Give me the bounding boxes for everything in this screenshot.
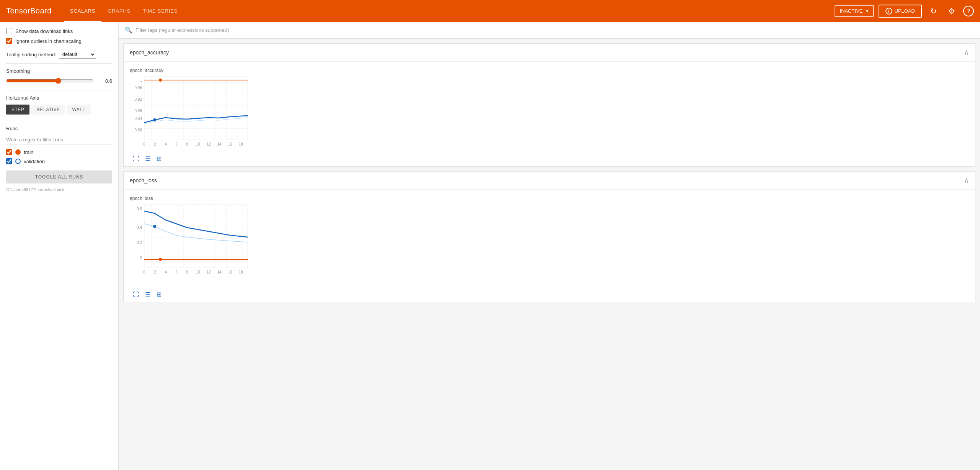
fullscreen-accuracy-button[interactable]: ⊞ <box>155 154 163 163</box>
chart-loss-label: epoch_loss <box>130 196 969 201</box>
axis-section: Horizontal Axis STEP RELATIVE WALL <box>6 95 112 115</box>
svg-point-25 <box>153 225 156 228</box>
chart-accuracy-label: epoch_accuracy <box>130 68 969 73</box>
inactive-label: INACTIVE <box>840 8 863 14</box>
main-layout: Show data download links Ignore outliers… <box>0 22 980 470</box>
accuracy-chart-actions: ⛶ ☰ ⊞ <box>130 154 969 163</box>
chevron-down-icon: ▾ <box>866 8 869 14</box>
topnav: TensorBoard SCALARS GRAPHS TIME SERIES I… <box>0 0 980 22</box>
help-button[interactable]: ? <box>963 6 974 16</box>
run-train-dot <box>15 149 21 155</box>
svg-text:14: 14 <box>217 142 222 146</box>
svg-text:0.6: 0.6 <box>137 207 142 211</box>
collapse-loss-button[interactable]: ∧ <box>964 176 969 185</box>
run-validation-checkbox[interactable] <box>6 158 12 164</box>
svg-text:0.80: 0.80 <box>135 128 142 132</box>
show-data-links-label: Show data download links <box>15 28 73 34</box>
svg-text:0: 0 <box>143 142 145 146</box>
svg-text:0: 0 <box>143 270 145 274</box>
filter-input[interactable] <box>136 27 974 33</box>
svg-text:0.92: 0.92 <box>135 97 142 102</box>
info-icon: i <box>885 8 892 15</box>
search-icon: 🔍 <box>125 26 132 34</box>
axis-buttons: STEP RELATIVE WALL <box>6 105 112 115</box>
chart-loss-title: epoch_loss <box>130 177 157 183</box>
svg-text:0.2: 0.2 <box>137 241 142 245</box>
svg-text:0.4: 0.4 <box>137 225 142 229</box>
axis-relative-button[interactable]: RELATIVE <box>31 105 65 115</box>
svg-text:8: 8 <box>186 142 188 146</box>
run-validation-dot <box>15 159 21 164</box>
svg-text:0: 0 <box>140 256 142 260</box>
ignore-outliers-label: Ignore outliers in chart scaling <box>15 38 82 44</box>
svg-text:12: 12 <box>206 270 211 274</box>
loss-svg: 0.6 0.4 0.2 0 <box>130 203 252 287</box>
svg-point-8 <box>153 118 156 121</box>
smoothing-container: 0.6 <box>6 78 112 84</box>
inactive-dropdown[interactable]: INACTIVE ▾ <box>835 5 874 17</box>
show-data-links-checkbox[interactable] <box>6 28 12 34</box>
svg-text:4: 4 <box>165 270 167 274</box>
svg-text:16: 16 <box>228 270 232 274</box>
divider-3 <box>6 121 112 121</box>
chart-accuracy-area: 1 0.96 0.92 0.88 0.84 0.80 <box>130 75 969 151</box>
chart-loss-header: epoch_loss ∧ <box>124 172 975 190</box>
runs-filter-input[interactable] <box>6 135 112 144</box>
toggle-all-runs-button[interactable]: TOGGLE ALL RUNS <box>6 170 112 183</box>
svg-text:2: 2 <box>154 142 156 146</box>
expand-accuracy-button[interactable]: ⛶ <box>131 154 140 163</box>
svg-text:10: 10 <box>196 270 200 274</box>
axis-wall-button[interactable]: WALL <box>67 105 90 115</box>
sidebar: Show data download links Ignore outliers… <box>0 22 119 470</box>
smoothing-section: Smoothing 0.6 <box>6 68 112 84</box>
chart-loss-body: epoch_loss 0.6 0.4 0.2 0 <box>124 190 975 302</box>
nav-graphs[interactable]: GRAPHS <box>101 0 137 22</box>
svg-text:18: 18 <box>238 142 243 146</box>
runs-section: Runs train validation TOGGLE ALL RUNS C:… <box>6 126 112 192</box>
svg-text:0.88: 0.88 <box>135 109 142 113</box>
options-section: Show data download links Ignore outliers… <box>6 28 112 44</box>
fullscreen-loss-button[interactable]: ⊞ <box>155 290 163 299</box>
svg-rect-6 <box>144 77 248 140</box>
svg-text:12: 12 <box>206 142 211 146</box>
smoothing-slider[interactable] <box>6 78 94 84</box>
expand-loss-button[interactable]: ⛶ <box>131 290 140 299</box>
run-train-checkbox[interactable] <box>6 149 12 155</box>
svg-text:0.96: 0.96 <box>135 86 142 90</box>
chart-loss-area: 0.6 0.4 0.2 0 <box>130 203 969 287</box>
refresh-button[interactable]: ↻ <box>926 4 940 18</box>
topnav-links: SCALARS GRAPHS TIME SERIES <box>64 0 835 22</box>
run-item-validation: validation <box>6 158 112 164</box>
app-brand: TensorBoard <box>6 7 52 15</box>
content-area: 🔍 epoch_accuracy ∧ epoch_accuracy <box>119 22 980 470</box>
svg-point-24 <box>159 258 162 261</box>
ignore-outliers-checkbox[interactable] <box>6 38 12 44</box>
accuracy-svg: 1 0.96 0.92 0.88 0.84 0.80 <box>130 75 252 151</box>
axis-step-button[interactable]: STEP <box>6 105 29 115</box>
collapse-accuracy-button[interactable]: ∧ <box>964 48 969 57</box>
divider-1 <box>6 63 112 64</box>
horizontal-axis-label: Horizontal Axis <box>6 95 112 101</box>
nav-scalars[interactable]: SCALARS <box>64 0 101 22</box>
tooltip-row: Tooltip sorting method: default ascendin… <box>6 50 112 59</box>
upload-button[interactable]: i UPLOAD <box>879 5 922 18</box>
chart-accuracy-header: epoch_accuracy ∧ <box>124 44 975 62</box>
run-validation-label: validation <box>24 159 45 164</box>
svg-text:0.84: 0.84 <box>135 116 142 121</box>
filter-bar: 🔍 <box>119 22 980 39</box>
data-accuracy-button[interactable]: ☰ <box>144 154 152 163</box>
svg-text:1: 1 <box>140 78 142 82</box>
smoothing-label: Smoothing <box>6 68 112 74</box>
svg-point-7 <box>159 79 162 82</box>
data-loss-button[interactable]: ☰ <box>144 290 152 299</box>
show-data-links-row[interactable]: Show data download links <box>6 28 112 34</box>
ignore-outliers-row[interactable]: Ignore outliers in chart scaling <box>6 38 112 44</box>
chart-accuracy-title: epoch_accuracy <box>130 49 169 56</box>
settings-button[interactable]: ⚙ <box>945 4 959 18</box>
smoothing-value: 0.6 <box>98 78 112 84</box>
svg-text:4: 4 <box>165 142 167 146</box>
nav-time-series[interactable]: TIME SERIES <box>137 0 184 22</box>
svg-text:2: 2 <box>154 270 156 274</box>
tooltip-select[interactable]: default ascending descending nearest <box>59 50 96 59</box>
chart-card-epoch-accuracy: epoch_accuracy ∧ epoch_accuracy 1 <box>123 43 975 167</box>
